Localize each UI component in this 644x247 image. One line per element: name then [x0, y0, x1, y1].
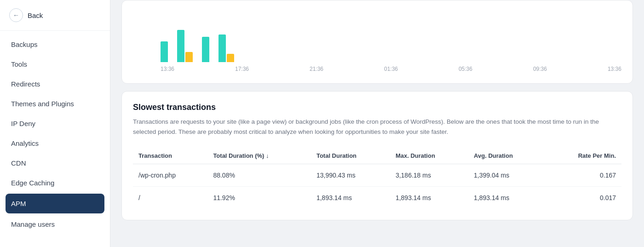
- th-rate_per_min: Rate Per Min.: [546, 148, 621, 164]
- table-body: /wp-cron.php88.08%13,990.43 ms3,186.18 m…: [133, 164, 621, 209]
- main-content: 13:3617:3621:3601:3605:3609:3613:36 Slow…: [110, 0, 644, 247]
- chart-bars: [161, 21, 234, 62]
- td-avg_duration: 1,399.04 ms: [468, 164, 546, 187]
- table-row: /wp-cron.php88.08%13,990.43 ms3,186.18 m…: [133, 164, 621, 187]
- sidebar: ← Back BackupsToolsRedirectsThemes and P…: [0, 0, 110, 247]
- chart-x-label: 17:36: [235, 66, 249, 72]
- td-max_duration: 3,186.18 ms: [390, 164, 468, 187]
- td-transaction: /wp-cron.php: [133, 164, 207, 187]
- td-avg_duration: 1,893.14 ms: [468, 187, 546, 209]
- bar-yellow: [185, 52, 193, 62]
- chart-x-label: 01:36: [384, 66, 398, 72]
- td-total_duration_pct: 11.92%: [207, 187, 311, 209]
- bar-group: [202, 37, 209, 62]
- bar-teal: [177, 30, 184, 62]
- sidebar-item-apm[interactable]: APM: [6, 194, 104, 213]
- th-max_duration: Max. Duration: [390, 148, 468, 164]
- sidebar-item-tools[interactable]: Tools: [0, 54, 110, 74]
- header-row: TransactionTotal Duration (%) ↓Total Dur…: [133, 148, 621, 164]
- td-rate_per_min: 0.167: [546, 164, 621, 187]
- chart-xaxis: 13:3617:3621:3601:3605:3609:3613:36: [133, 66, 621, 72]
- td-total_duration: 13,990.43 ms: [311, 164, 390, 187]
- sidebar-item-analytics[interactable]: Analytics: [0, 133, 110, 153]
- section-title: Slowest transactions: [133, 103, 621, 112]
- sidebar-item-redirects[interactable]: Redirects: [0, 74, 110, 94]
- td-total_duration_pct: 88.08%: [207, 164, 311, 187]
- sidebar-nav: BackupsToolsRedirectsThemes and PluginsI…: [0, 31, 110, 247]
- th-total_duration: Total Duration: [311, 148, 390, 164]
- chart-x-label: 09:36: [533, 66, 547, 72]
- bar-group: [218, 34, 234, 62]
- td-rate_per_min: 0.017: [546, 187, 621, 209]
- chart-x-label: 13:36: [161, 66, 174, 72]
- chart-x-label: 13:36: [608, 66, 621, 72]
- bar-yellow: [227, 54, 234, 62]
- th-transaction: Transaction: [133, 148, 207, 164]
- back-arrow-icon: ←: [9, 8, 23, 22]
- bar-group: [161, 41, 168, 62]
- th-avg_duration: Avg. Duration: [468, 148, 546, 164]
- bar-teal: [218, 34, 226, 62]
- bar-teal: [202, 37, 209, 62]
- section-description: Transactions are requests to your site (…: [133, 117, 621, 137]
- bar-teal: [161, 41, 168, 62]
- slowest-transactions-card: Slowest transactions Transactions are re…: [121, 91, 633, 220]
- chart-x-label: 05:36: [459, 66, 472, 72]
- td-transaction: /: [133, 187, 207, 209]
- chart-x-label: 21:36: [310, 66, 323, 72]
- td-total_duration: 1,893.14 ms: [311, 187, 390, 209]
- td-max_duration: 1,893.14 ms: [390, 187, 468, 209]
- back-label: Back: [28, 11, 43, 19]
- bar-group: [177, 30, 193, 62]
- th-total_duration_pct[interactable]: Total Duration (%) ↓: [207, 148, 311, 164]
- table-row: /11.92%1,893.14 ms1,893.14 ms1,893.14 ms…: [133, 187, 621, 209]
- table-header: TransactionTotal Duration (%) ↓Total Dur…: [133, 148, 621, 164]
- sidebar-item-cdn[interactable]: CDN: [0, 153, 110, 173]
- sidebar-item-backups[interactable]: Backups: [0, 34, 110, 54]
- chart-area: [133, 11, 621, 62]
- sidebar-item-manage-users[interactable]: Manage users: [0, 214, 110, 234]
- sidebar-item-ip-deny[interactable]: IP Deny: [0, 114, 110, 133]
- chart-card: 13:3617:3621:3601:3605:3609:3613:36: [121, 0, 633, 84]
- transactions-table: TransactionTotal Duration (%) ↓Total Dur…: [133, 148, 621, 209]
- sidebar-item-edge-caching[interactable]: Edge Caching: [0, 173, 110, 193]
- sidebar-item-themes-plugins[interactable]: Themes and Plugins: [0, 94, 110, 114]
- back-button[interactable]: ← Back: [0, 0, 110, 31]
